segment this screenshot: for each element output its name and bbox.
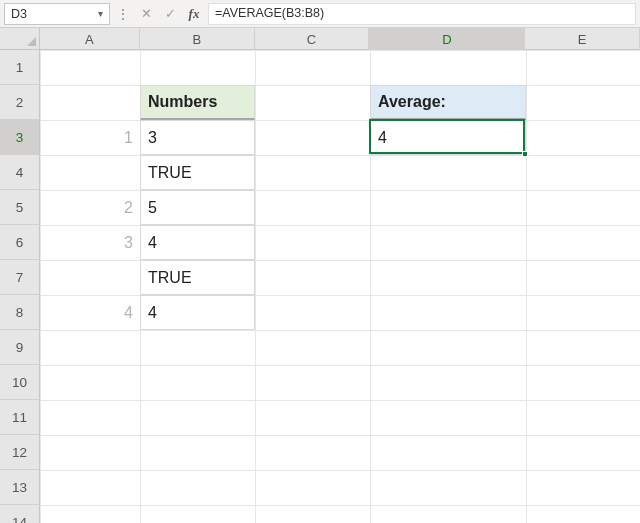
row-header-12[interactable]: 12 <box>0 435 40 470</box>
row-header-4[interactable]: 4 <box>0 155 40 190</box>
cell-B3[interactable]: 3 <box>140 120 255 155</box>
average-header[interactable]: Average: <box>370 85 526 120</box>
cell-B4[interactable]: TRUE <box>140 155 255 190</box>
row-header-10[interactable]: 10 <box>0 365 40 400</box>
formula-bar: D3 ▾ ⋮ ✕ ✓ fx =AVERAGE(B3:B8) <box>0 0 640 28</box>
name-box[interactable]: D3 ▾ <box>4 3 110 25</box>
counter-5[interactable]: 2 <box>40 190 140 225</box>
cell-B6[interactable]: 4 <box>140 225 255 260</box>
column-headers: ABCDE <box>40 28 640 50</box>
col-header-C[interactable]: C <box>255 28 370 50</box>
fx-icon[interactable]: fx <box>184 4 204 24</box>
row-header-5[interactable]: 5 <box>0 190 40 225</box>
counter-8[interactable]: 4 <box>40 295 140 330</box>
row-header-14[interactable]: 14 <box>0 505 40 523</box>
select-all-corner[interactable] <box>0 28 40 50</box>
counter-3[interactable]: 1 <box>40 120 140 155</box>
cell-B5[interactable]: 5 <box>140 190 255 225</box>
numbers-header[interactable]: Numbers <box>140 85 255 120</box>
col-header-D[interactable]: D <box>369 28 525 50</box>
col-header-B[interactable]: B <box>140 28 255 50</box>
row-header-3[interactable]: 3 <box>0 120 40 155</box>
more-handle-icon[interactable]: ⋮ <box>114 7 132 21</box>
row-header-9[interactable]: 9 <box>0 330 40 365</box>
cancel-icon[interactable]: ✕ <box>136 4 156 24</box>
col-header-E[interactable]: E <box>525 28 640 50</box>
formula-text: =AVERAGE(B3:B8) <box>215 6 324 20</box>
cell-B8[interactable]: 4 <box>140 295 255 330</box>
chevron-down-icon[interactable]: ▾ <box>98 8 103 19</box>
row-header-11[interactable]: 11 <box>0 400 40 435</box>
cell-B7[interactable]: TRUE <box>140 260 255 295</box>
counter-6[interactable]: 3 <box>40 225 140 260</box>
name-box-value: D3 <box>11 7 27 21</box>
col-header-A[interactable]: A <box>40 28 140 50</box>
average-result[interactable]: 4 <box>370 120 526 155</box>
formula-input[interactable]: =AVERAGE(B3:B8) <box>208 3 636 25</box>
row-header-2[interactable]: 2 <box>0 85 40 120</box>
row-header-7[interactable]: 7 <box>0 260 40 295</box>
row-header-8[interactable]: 8 <box>0 295 40 330</box>
row-headers: 1234567891011121314 <box>0 50 40 523</box>
confirm-icon[interactable]: ✓ <box>160 4 180 24</box>
row-header-1[interactable]: 1 <box>0 50 40 85</box>
fill-handle[interactable] <box>522 151 528 157</box>
row-header-6[interactable]: 6 <box>0 225 40 260</box>
row-header-13[interactable]: 13 <box>0 470 40 505</box>
